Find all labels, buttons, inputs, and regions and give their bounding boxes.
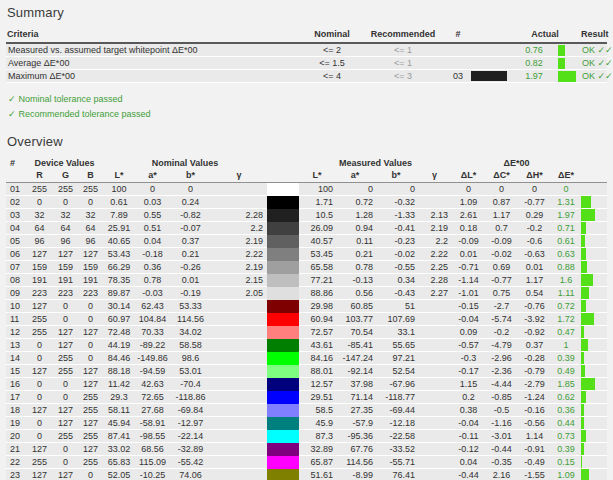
color-swatch <box>267 235 299 248</box>
device-green-value: 32 <box>53 209 78 222</box>
delta-h-value: -0.2 <box>518 222 551 235</box>
nominal-lightness-value: 60.97 <box>103 313 135 326</box>
color-swatch <box>267 378 299 391</box>
measured-gamma-value <box>417 313 452 326</box>
delta-c-value: -2.7 <box>485 300 518 313</box>
patch-row: 10 127 0 0 30.14 62.43 53.33 29.98 60.85… <box>6 300 607 313</box>
nominal-gamma-value: 2.19 <box>211 235 267 248</box>
nominal-lightness-value: 88.18 <box>103 365 135 378</box>
nominal-a-value: -0.18 <box>135 248 170 261</box>
delta-e-bar <box>581 443 607 456</box>
delta-e-bar <box>581 391 607 404</box>
nominal-value: <= 1.5 <box>306 57 358 70</box>
delta-h-value: -0.79 <box>518 365 551 378</box>
measured-lightness-value: 1.71 <box>299 196 335 209</box>
measured-b-value: 52.54 <box>375 365 417 378</box>
device-green-value: 255 <box>53 183 78 196</box>
nominal-b-value: 114.56 <box>170 313 211 326</box>
color-swatch <box>267 443 299 456</box>
measured-lightness-value: 32.89 <box>299 443 335 456</box>
measured-a-value: 70.54 <box>335 326 375 339</box>
patch-row: 14 0 255 0 84.46 -149.86 98.6 84.16 -147… <box>6 352 607 365</box>
device-green-value: 255 <box>53 430 78 443</box>
delta-h-subheader: ΔH* <box>518 170 551 183</box>
measured-b-value: 0.34 <box>375 274 417 287</box>
delta-e-value: 0.44 <box>551 417 581 430</box>
nominal-lightness-value: 89.87 <box>103 287 135 300</box>
measured-gamma-subheader: γ <box>417 170 452 183</box>
nominal-lightness-value: 87.41 <box>103 430 135 443</box>
delta-c-value: 1.17 <box>485 209 518 222</box>
delta-c-value: 0.75 <box>485 287 518 300</box>
nominal-a-value: 72.65 <box>135 391 170 404</box>
device-green-value: 255 <box>53 352 78 365</box>
nominal-value: <= 2 <box>306 43 358 57</box>
nominal-gamma-value <box>211 300 267 313</box>
device-blue-value: 0 <box>78 352 103 365</box>
delta-h-value: -0.92 <box>518 326 551 339</box>
device-green-value: 159 <box>53 261 78 274</box>
device-red-value: 255 <box>26 326 53 339</box>
nominal-gamma-value: 2.22 <box>211 248 267 261</box>
measured-a-value: 37.98 <box>335 378 375 391</box>
patch-row: 11 255 0 0 60.97 104.84 114.56 60.94 103… <box>6 313 607 326</box>
measured-a-value: 71.14 <box>335 391 375 404</box>
device-blue-value: 255 <box>78 391 103 404</box>
summary-row-whitepoint: Measured vs. assumed target whitepoint Δ… <box>6 43 607 57</box>
measured-lightness-value: 43.61 <box>299 339 335 352</box>
patch-number: 16 <box>6 378 26 391</box>
device-blue-value: 0 <box>78 196 103 209</box>
measured-b-value: -67.96 <box>375 378 417 391</box>
delta-e-bar <box>581 352 607 365</box>
delta-l-value: -0.09 <box>452 235 485 248</box>
delta-c-value: 2.16 <box>485 469 518 480</box>
patch-row: 13 0 127 0 44.19 -89.22 58.58 43.61 -85.… <box>6 339 607 352</box>
nominal-a-value: 115.09 <box>135 456 170 469</box>
bar-group-header <box>581 157 607 170</box>
nominal-b-value: -0.26 <box>170 261 211 274</box>
nominal-b-value: 0.01 <box>170 274 211 287</box>
device-red-value: 255 <box>26 183 53 196</box>
delta-l-value: -0.3 <box>452 352 485 365</box>
device-blue-value: 127 <box>78 248 103 261</box>
overview-table: # Device Values Nominal Values Measured … <box>6 157 607 480</box>
measured-a-value: 103.77 <box>335 313 375 326</box>
measured-gamma-value <box>417 456 452 469</box>
patch-swatch <box>468 57 510 70</box>
delta-e-value: 0.36 <box>551 404 581 417</box>
nominal-lightness-value: 84.46 <box>103 352 135 365</box>
nominal-a-value: 70.33 <box>135 326 170 339</box>
device-red-value: 0 <box>26 430 53 443</box>
measured-gamma-value <box>417 196 452 209</box>
nominal-b-value: -22.14 <box>170 430 211 443</box>
delta-e-bar <box>581 430 607 443</box>
delta-c-value: -1.16 <box>485 417 518 430</box>
color-swatch <box>267 313 299 326</box>
device-red-value: 127 <box>26 248 53 261</box>
nominal-a-value: 42.63 <box>135 378 170 391</box>
nominal-b-value: 53.33 <box>170 300 211 313</box>
device-red-value: 0 <box>26 378 53 391</box>
device-green-value: 127 <box>53 417 78 430</box>
measured-gamma-value <box>417 417 452 430</box>
delta-e-bar <box>581 248 607 261</box>
delta-l-value: 2.61 <box>452 209 485 222</box>
color-swatch <box>267 391 299 404</box>
nominal-a-value: -149.86 <box>135 352 170 365</box>
measured-a-value: -8.99 <box>335 469 375 480</box>
recommended-tolerance-note: ✓Recommended tolerance passed <box>8 107 607 122</box>
nominal-b-value: 0.21 <box>170 248 211 261</box>
swatch-group-header <box>267 157 299 170</box>
delta-e-bar <box>581 287 607 300</box>
delta-e-value: 1.6 <box>551 274 581 287</box>
nominal-gamma-value: 2.28 <box>211 209 267 222</box>
measured-gamma-value <box>417 365 452 378</box>
overview-title: Overview <box>7 134 607 149</box>
patch-number: 10 <box>6 300 26 313</box>
patch-number: 02 <box>6 196 26 209</box>
delta-e-value: 0.72 <box>551 300 581 313</box>
patch-row: 04 64 64 64 25.91 0.51 -0.07 2.2 26.09 0… <box>6 222 607 235</box>
nominal-gamma-value <box>211 183 267 196</box>
measured-gamma-value <box>417 339 452 352</box>
delta-l-value: 1.09 <box>452 196 485 209</box>
